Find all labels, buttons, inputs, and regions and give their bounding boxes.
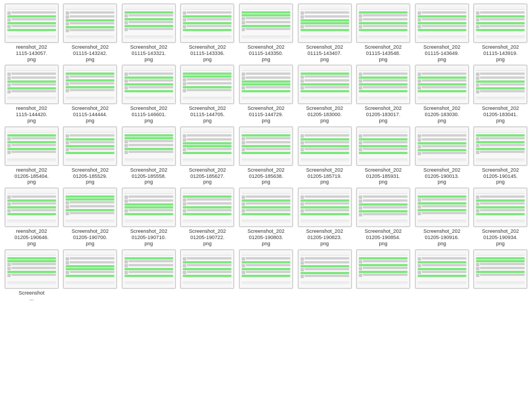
list-item[interactable]: reenshot_202 1115-143057. png bbox=[3, 3, 60, 62]
list-item[interactable]: Screenshot_202 01205-185627. png bbox=[179, 126, 236, 185]
thumbnail bbox=[415, 3, 469, 43]
list-item[interactable]: Screenshot_202 01115-143321. png bbox=[121, 3, 177, 62]
list-item[interactable]: Screenshot_202 01115-143919. png bbox=[472, 3, 529, 62]
thumbnail bbox=[415, 65, 469, 104]
thumbnail bbox=[415, 249, 469, 289]
thumbnail bbox=[5, 249, 59, 289]
file-name-label: Screenshot_202 01115-144444. png bbox=[72, 105, 109, 124]
list-item[interactable]: Screenshot_202 01205-185558. png bbox=[121, 126, 177, 185]
list-item[interactable]: Screenshot_202 01205-183041. png bbox=[472, 65, 529, 124]
thumbnail bbox=[122, 3, 176, 43]
list-item[interactable]: Screenshot_202 01205-185529. png bbox=[62, 126, 119, 185]
thumbnail bbox=[180, 249, 234, 289]
thumbnail bbox=[473, 188, 527, 227]
list-item[interactable] bbox=[355, 249, 411, 303]
list-item[interactable]: Screenshot_202 01115-143350. png bbox=[238, 3, 294, 62]
list-item[interactable]: Screenshot_202 01205-190934. png bbox=[472, 188, 529, 246]
thumbnail bbox=[63, 3, 117, 43]
thumbnail bbox=[63, 249, 117, 289]
thumbnail bbox=[122, 249, 176, 289]
list-item[interactable]: Screenshot_202 01115-143242. png bbox=[62, 3, 119, 62]
list-item[interactable] bbox=[414, 249, 470, 303]
thumbnail bbox=[473, 126, 527, 166]
file-name-label: Screenshot_202 01205-190710. png bbox=[130, 228, 168, 246]
thumbnail bbox=[298, 65, 352, 104]
file-name-label: Screenshot_202 01205-190722. png bbox=[189, 228, 226, 246]
list-item[interactable]: Screenshot_202 01205-185638. png bbox=[238, 126, 294, 185]
list-item[interactable]: Screenshot_202 01115-144705. png bbox=[179, 65, 236, 124]
list-item[interactable] bbox=[472, 249, 529, 303]
thumbnail bbox=[5, 126, 59, 166]
list-item[interactable]: Screenshot_202 01205-190916. png bbox=[414, 188, 470, 246]
file-name-label: Screenshot_202 01205-185529. png bbox=[72, 167, 109, 185]
thumbnail bbox=[298, 249, 352, 289]
list-item[interactable]: Screenshot_202 01205-185931. png bbox=[355, 126, 411, 185]
list-item[interactable]: Screenshot_202 01115-143336. png bbox=[179, 3, 236, 62]
list-item[interactable]: Screenshot_202 01205-190145. png bbox=[472, 126, 529, 185]
list-item[interactable]: Screenshot_202 01205-185719. png bbox=[297, 126, 353, 185]
file-name-label: Screenshot_202 01205-190803. png bbox=[247, 228, 285, 246]
file-name-label: Screenshot_202 01205-183030. png bbox=[423, 105, 461, 124]
list-item[interactable] bbox=[62, 249, 119, 303]
list-item[interactable]: Screenshot_202 01205-190854. png bbox=[355, 188, 411, 246]
file-name-label: Screenshot_202 01205-183041. png bbox=[482, 105, 519, 124]
thumbnail bbox=[180, 188, 234, 227]
thumbnail bbox=[356, 3, 410, 43]
thumbnail bbox=[122, 188, 176, 227]
file-name-label: Screenshot_202 01115-143649. png bbox=[423, 44, 461, 62]
list-item[interactable]: Screenshot_202 01115-143407. png bbox=[297, 3, 353, 62]
list-item[interactable]: reenshot_202 01205-190646. png bbox=[3, 188, 60, 246]
file-name-label: Screenshot_202 01205-185558. png bbox=[130, 167, 168, 185]
thumbnail bbox=[239, 3, 293, 43]
file-name-label: Screenshot_202 01115-143919. png bbox=[482, 44, 519, 62]
list-item[interactable] bbox=[297, 249, 353, 303]
list-item[interactable]: reenshot_202 01205-185404. png bbox=[3, 126, 60, 185]
list-item[interactable]: Screenshot_202 01205-183017. png bbox=[355, 65, 411, 124]
list-item[interactable]: Screenshot_202 01205-190722. png bbox=[179, 188, 236, 246]
list-item[interactable]: Screenshot_202 01115-144444. png bbox=[62, 65, 119, 124]
file-name-label: Screenshot_202 01115-143336. png bbox=[189, 44, 226, 62]
thumbnail bbox=[473, 3, 527, 43]
list-item[interactable] bbox=[179, 249, 236, 303]
file-name-label: Screenshot_202 01115-143321. png bbox=[130, 44, 168, 62]
list-item[interactable]: Screenshot ... bbox=[3, 249, 60, 303]
file-name-label: Screenshot_202 01205-190700. png bbox=[72, 228, 109, 246]
list-item[interactable]: Screenshot_202 01115-144729. png bbox=[238, 65, 294, 124]
thumbnail bbox=[180, 126, 234, 166]
file-name-label: Screenshot_202 01205-190916. png bbox=[423, 228, 461, 246]
list-item[interactable]: Screenshot_202 01205-190803. png bbox=[238, 188, 294, 246]
file-name-label: reenshot_202 1115-144420. png bbox=[16, 105, 48, 124]
file-name-label: reenshot_202 1115-143057. png bbox=[16, 44, 48, 62]
list-item[interactable] bbox=[121, 249, 177, 303]
thumbnail bbox=[298, 126, 352, 166]
list-item[interactable]: Screenshot_202 01205-190013. png bbox=[414, 126, 470, 185]
list-item[interactable]: Screenshot_202 01205-183000. png bbox=[297, 65, 353, 124]
thumbnail bbox=[473, 65, 527, 104]
thumbnail bbox=[63, 188, 117, 227]
list-item[interactable]: Screenshot_202 01205-190700. png bbox=[62, 188, 119, 246]
list-item[interactable]: Screenshot_202 01115-143649. png bbox=[414, 3, 470, 62]
thumbnail bbox=[298, 188, 352, 227]
file-name-label: Screenshot_202 01115-143242. png bbox=[72, 44, 109, 62]
list-item[interactable] bbox=[238, 249, 294, 303]
thumbnail bbox=[5, 65, 59, 104]
file-name-label: Screenshot ... bbox=[19, 290, 45, 303]
list-item[interactable]: Screenshot_202 01205-190710. png bbox=[121, 188, 177, 246]
file-name-label: Screenshot_202 01115-143548. png bbox=[364, 44, 402, 62]
thumbnail bbox=[239, 126, 293, 166]
thumbnail bbox=[180, 65, 234, 104]
list-item[interactable]: Screenshot_202 01205-190823. png bbox=[297, 188, 353, 246]
list-item[interactable]: Screenshot_202 01115-146601. png bbox=[121, 65, 177, 124]
thumbnail bbox=[122, 65, 176, 104]
file-name-label: Screenshot_202 01205-190934. png bbox=[482, 228, 519, 246]
file-name-label: Screenshot_202 01205-185719. png bbox=[306, 167, 344, 185]
list-item[interactable]: Screenshot_202 01205-183030. png bbox=[414, 65, 470, 124]
file-name-label: Screenshot_202 01205-190145. png bbox=[482, 167, 519, 185]
file-name-label: Screenshot_202 01205-185627. png bbox=[189, 167, 226, 185]
thumbnail bbox=[180, 3, 234, 43]
file-name-label: Screenshot_202 01115-143407. png bbox=[306, 44, 344, 62]
thumbnail bbox=[5, 188, 59, 227]
thumbnail bbox=[356, 65, 410, 104]
list-item[interactable]: reenshot_202 1115-144420. png bbox=[3, 65, 60, 124]
list-item[interactable]: Screenshot_202 01115-143548. png bbox=[355, 3, 411, 62]
